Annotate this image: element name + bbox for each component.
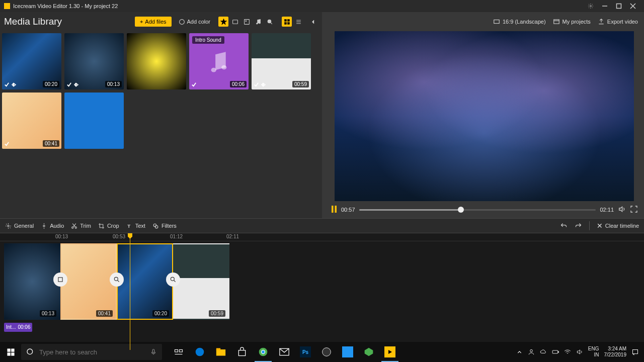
obs-icon[interactable] [316, 342, 337, 362]
timeline-clip[interactable]: 00:20 [117, 243, 173, 320]
video-track[interactable]: 00:1300:4100:2000:59 [0, 241, 644, 320]
edge-icon[interactable] [189, 342, 210, 362]
media-item[interactable]: 00:41 [2, 93, 61, 149]
clear-timeline-button[interactable]: ✕Clear timeline [597, 222, 639, 230]
svg-point-0 [590, 6, 592, 7]
search-icon[interactable] [265, 17, 275, 27]
view-list-icon[interactable] [293, 17, 303, 27]
window-title: Icecream Video Editor 1.30 - My project … [13, 3, 118, 9]
svg-rect-36 [180, 350, 183, 352]
tray-notifications-icon[interactable] [631, 348, 639, 356]
filter-audio-icon[interactable] [253, 17, 263, 27]
store-icon[interactable] [231, 342, 253, 362]
search-input[interactable] [39, 348, 145, 356]
playhead[interactable] [130, 233, 130, 350]
app-icon-blue[interactable] [337, 342, 358, 362]
timeline-clip[interactable]: 00:13 [4, 243, 60, 320]
transition-button[interactable] [110, 273, 124, 287]
preview-panel: 16:9 (Landscape) My projects Export vide… [322, 12, 644, 218]
maximize-button[interactable] [612, 0, 626, 12]
volume-icon[interactable] [618, 205, 626, 214]
timeline-clip[interactable]: 00:41 [60, 243, 117, 320]
minimize-button[interactable] [598, 0, 612, 12]
undo-button[interactable] [560, 222, 568, 230]
tray-lang[interactable]: ENGIN [588, 346, 599, 358]
svg-point-27 [114, 277, 118, 281]
mail-icon[interactable] [274, 342, 295, 362]
svg-rect-31 [7, 352, 10, 355]
media-item[interactable]: 00:20 [2, 33, 61, 89]
tray-people-icon[interactable] [528, 348, 535, 355]
fullscreen-icon[interactable] [630, 205, 638, 214]
export-video-button[interactable]: Export video [598, 18, 638, 25]
media-item[interactable]: 00:13 [64, 33, 124, 89]
timeline-clip[interactable]: 00:59 [173, 243, 229, 320]
app-icon [4, 3, 10, 9]
chrome-icon[interactable] [253, 342, 274, 362]
media-item[interactable]: Intro Sound00:06 [189, 33, 249, 89]
svg-point-14 [221, 65, 226, 70]
tray-onedrive-icon[interactable] [540, 348, 547, 355]
mic-icon[interactable] [150, 348, 157, 355]
svg-rect-10 [287, 19, 289, 21]
app-icon-green[interactable] [358, 342, 379, 362]
tool-crop[interactable]: Crop [98, 223, 119, 229]
photoshop-icon[interactable]: Ps [295, 342, 316, 362]
task-view-icon[interactable] [168, 342, 189, 362]
icecream-app-icon[interactable] [379, 342, 400, 362]
aspect-ratio-button[interactable]: 16:9 (Landscape) [493, 18, 546, 25]
pause-button[interactable] [331, 206, 337, 214]
explorer-icon[interactable] [210, 342, 231, 362]
video-preview[interactable] [335, 31, 634, 201]
transition-button[interactable] [53, 273, 67, 287]
close-button[interactable] [626, 0, 640, 12]
add-color-button[interactable]: Add color [175, 17, 214, 27]
svg-rect-35 [175, 350, 178, 352]
tool-text[interactable]: TText [126, 223, 145, 229]
start-button[interactable] [0, 342, 21, 362]
svg-point-13 [211, 68, 216, 72]
svg-rect-40 [238, 350, 245, 356]
tray-chevron-up-icon[interactable] [516, 349, 523, 355]
filter-transitions-icon[interactable] [218, 17, 228, 27]
settings-icon[interactable] [584, 0, 598, 12]
tool-trim[interactable]: Trim [71, 223, 91, 229]
windows-taskbar: Ps ENGIN 3:24 AM7/22/2019 [0, 342, 644, 362]
progress-bar[interactable] [359, 209, 596, 211]
filter-image-icon[interactable] [242, 17, 252, 27]
collapse-icon[interactable] [308, 17, 318, 27]
svg-point-46 [530, 349, 532, 352]
svg-rect-15 [494, 20, 500, 24]
svg-point-8 [268, 20, 271, 23]
add-files-button[interactable]: +Add files [135, 17, 172, 27]
tool-filters[interactable]: Filters [152, 223, 177, 229]
my-projects-button[interactable]: My projects [553, 18, 591, 25]
tray-battery-icon[interactable] [552, 348, 559, 355]
tray-clock[interactable]: 3:24 AM7/22/2019 [604, 346, 627, 358]
svg-point-6 [256, 23, 257, 24]
tool-general[interactable]: General [5, 223, 34, 229]
taskbar-search[interactable] [21, 344, 162, 360]
svg-rect-3 [232, 20, 237, 24]
media-grid: 00:2000:13Intro Sound00:0600:5900:41 [0, 31, 322, 218]
media-library-title: Media Library [4, 16, 62, 27]
media-library-panel: Media Library +Add files Add color 00:20… [0, 12, 322, 218]
audio-clip[interactable]: Int... 00:06 [4, 323, 32, 332]
view-grid-icon[interactable] [282, 17, 292, 27]
media-item[interactable] [127, 33, 186, 89]
svg-point-2 [179, 19, 184, 24]
redo-button[interactable] [575, 222, 582, 230]
tray-volume-icon[interactable] [576, 348, 583, 355]
filter-video-icon[interactable] [230, 17, 240, 27]
svg-rect-4 [244, 19, 249, 24]
tool-audio[interactable]: Audio [41, 223, 64, 229]
media-item[interactable] [64, 93, 124, 149]
transition-button[interactable] [166, 273, 180, 287]
svg-rect-49 [633, 349, 638, 353]
audio-track[interactable]: Int... 00:06 [0, 320, 644, 334]
media-item[interactable]: 00:59 [252, 33, 311, 89]
svg-rect-1 [617, 4, 621, 9]
tray-wifi-icon[interactable] [564, 348, 571, 355]
svg-point-20 [43, 225, 45, 226]
time-ruler[interactable]: 00:1300:5301:1202:11 [0, 233, 644, 241]
